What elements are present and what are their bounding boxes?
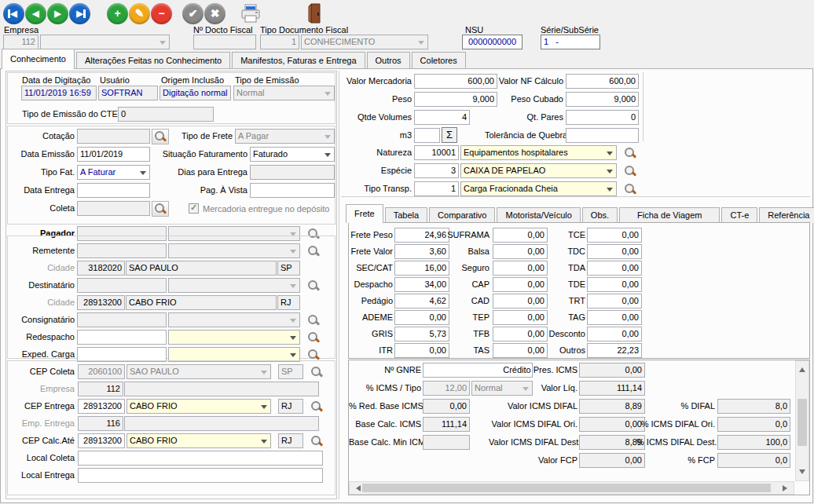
dropdown-cep-entrega-name[interactable]: CABO FRIO	[126, 399, 271, 414]
scroll-right-icon[interactable]	[783, 485, 790, 491]
field-tolerancia[interactable]	[566, 128, 639, 143]
search-remetente-icon[interactable]	[306, 244, 321, 258]
label-sec-cat: SEC/CAT	[350, 263, 393, 273]
field-tag[interactable]: 0,00	[587, 310, 642, 325]
subtab-tabela[interactable]: Tabela	[385, 207, 427, 223]
field-cidade-remetente-name: SAO PAULO	[126, 261, 277, 276]
subtab-referencia[interactable]: Referência	[759, 207, 814, 223]
label-frete-peso: Frete Peso	[350, 230, 393, 240]
add-record-button[interactable]: +	[107, 3, 128, 24]
nav-previous-button[interactable]: ◀	[25, 3, 46, 24]
print-icon[interactable]	[240, 4, 261, 25]
delete-record-button[interactable]: −	[151, 3, 172, 24]
field-valor-liq: 111,14	[579, 381, 645, 396]
label-icms-tipo: % ICMS / Tipo	[349, 383, 421, 393]
dropdown-tipo-fat[interactable]: A Faturar	[77, 165, 150, 180]
search-consignatario-icon[interactable]	[306, 313, 321, 327]
field-local-coleta[interactable]	[78, 451, 323, 466]
label-qtde-volumes: Qtde Volumes	[343, 112, 412, 122]
nav-first-button[interactable]: ◀	[3, 3, 24, 24]
field-valor-nf[interactable]: 600,00	[566, 74, 639, 89]
search-cep-coleta-icon[interactable]	[310, 365, 324, 379]
field-base-calc-min	[423, 435, 470, 450]
field-tdc[interactable]: 0,00	[587, 244, 642, 259]
dropdown-especie[interactable]: CAIXA DE PAPELAO	[460, 163, 617, 178]
tab-outros[interactable]: Outros	[367, 52, 410, 69]
field-cep-entrega-code[interactable]: 28913200	[78, 399, 125, 414]
subtab-obs[interactable]: Obs.	[582, 207, 618, 223]
field-outros[interactable]: 22,23	[587, 343, 642, 358]
subtab-frete[interactable]: Frete	[346, 204, 383, 223]
search-redespacho-icon[interactable]	[306, 331, 321, 345]
field-redespacho-code[interactable]	[77, 330, 167, 345]
field-m3[interactable]	[414, 128, 440, 143]
dropdown-redespacho-name[interactable]	[168, 330, 300, 345]
search-coleta-button[interactable]	[152, 201, 169, 217]
exit-door-icon[interactable]	[308, 3, 322, 25]
field-local-entrega[interactable]	[78, 468, 323, 483]
tab-manifestos[interactable]: Manifestos, Faturas e Entrega	[232, 52, 365, 69]
subtab-cte[interactable]: CT-e	[721, 207, 757, 223]
field-data-emissao[interactable]: 11/01/2019	[77, 147, 150, 162]
vertical-scroll-thumb[interactable]	[798, 399, 807, 446]
cancel-button[interactable]: ✖	[204, 3, 226, 24]
horizontal-scroll-thumb[interactable]	[362, 484, 771, 492]
field-tde[interactable]: 0,00	[587, 277, 642, 292]
sum-sigma-button[interactable]: Σ	[442, 127, 457, 143]
search-tipo-transp-icon[interactable]	[623, 182, 637, 196]
label-valor-difal-ori: Valor ICMS DIFAL Ori.	[489, 419, 578, 429]
search-icon	[153, 130, 167, 144]
subtab-comparativo[interactable]: Comparativo	[429, 207, 495, 223]
dropdown-situacao-faturamento[interactable]: Faturado	[250, 147, 335, 162]
confirm-button[interactable]: ✔	[182, 3, 204, 24]
search-especie-icon[interactable]	[623, 164, 637, 178]
search-natureza-icon[interactable]	[623, 146, 637, 160]
dropdown-tipo-frete: A Pagar	[235, 129, 335, 144]
field-trt[interactable]: 0,00	[587, 294, 642, 309]
search-cep-entrega-icon[interactable]	[310, 400, 324, 414]
field-valor-mercadoria[interactable]: 600,00	[414, 74, 497, 89]
field-cep-coleta-uf: SP	[278, 364, 303, 379]
checkbox-mercadoria-deposito[interactable]	[189, 203, 199, 214]
field-tipo-transp-code[interactable]: 1	[414, 181, 459, 196]
vertical-scrollbar[interactable]	[795, 360, 809, 481]
nav-next-button[interactable]: ▶	[47, 3, 68, 24]
tab-alteracoes[interactable]: Alterações Feitas no Conhecimento	[76, 52, 230, 69]
field-cep-calc-code[interactable]: 28913200	[78, 433, 125, 448]
label-tipo-transp: Tipo Transp.	[343, 184, 412, 194]
field-qtde-volumes[interactable]: 4	[414, 110, 470, 125]
field-desconto[interactable]: 0,00	[587, 327, 642, 341]
field-tda[interactable]: 0,00	[587, 261, 642, 276]
field-natureza-code[interactable]: 10001	[414, 145, 459, 160]
field-peso[interactable]: 9,000	[414, 92, 497, 107]
search-cep-calc-icon[interactable]	[310, 434, 324, 448]
dropdown-cep-calc-name[interactable]: CABO FRIO	[126, 433, 271, 448]
label-valor-fcp: Valor FCP	[489, 455, 578, 466]
field-icms-pct: 12,00	[423, 381, 470, 396]
horizontal-scrollbar[interactable]	[349, 481, 794, 495]
field-qt-pares[interactable]: 0	[566, 110, 639, 125]
field-peso-cubado[interactable]: 9,000	[566, 92, 639, 107]
tab-coletores[interactable]: Coletores	[412, 52, 466, 69]
field-especie-code[interactable]: 3	[414, 163, 459, 178]
scroll-left-icon[interactable]	[353, 485, 361, 491]
field-pct-fcp: 0,0	[717, 453, 790, 468]
dropdown-natureza[interactable]: Equipamentos hospitalares	[460, 145, 617, 160]
edit-record-button[interactable]: ✎	[129, 3, 150, 24]
search-destinatario-icon[interactable]	[306, 279, 321, 293]
nav-last-button[interactable]: ▶	[69, 3, 90, 24]
field-pag-vista[interactable]	[250, 183, 335, 198]
search-cotacao-button[interactable]	[152, 129, 169, 144]
label-tag: TAG	[537, 312, 585, 323]
field-data-entrega[interactable]	[77, 183, 150, 198]
field-cidade-remetente-code: 3182020	[77, 261, 125, 276]
subtab-ficha-viagem[interactable]: Ficha de Viagem	[619, 207, 720, 223]
dropdown-tipo-transp[interactable]: Carga Fracionada Cheia	[460, 181, 617, 196]
scroll-up-icon[interactable]	[799, 364, 805, 372]
scroll-down-icon[interactable]	[799, 469, 805, 477]
tab-conhecimento[interactable]: Conhecimento	[2, 49, 75, 69]
label-exped-carga: Exped. Carga	[8, 349, 75, 360]
subtab-motorista-veiculo[interactable]: Motorista/Veículo	[497, 207, 580, 223]
field-tce[interactable]: 0,00	[587, 228, 642, 243]
field-usuario: SOFTRAN	[98, 86, 158, 100]
